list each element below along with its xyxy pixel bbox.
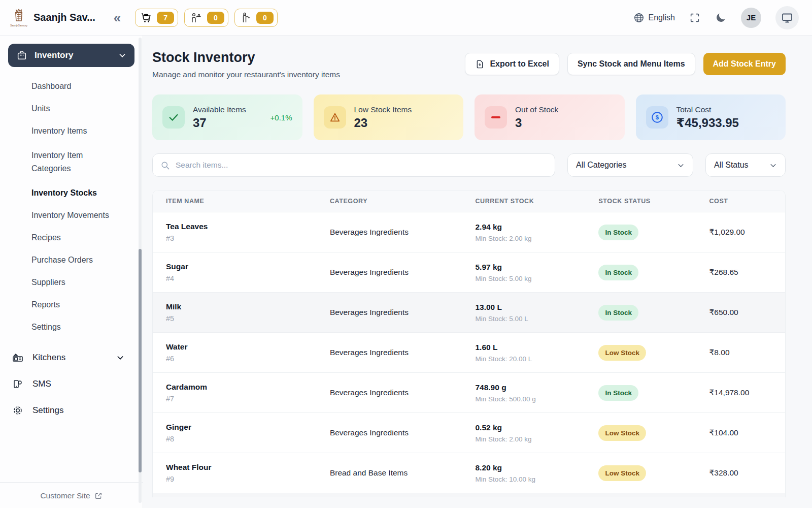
current-stock: 8.20 kg	[475, 463, 598, 472]
item-cost: ₹104.00	[709, 428, 785, 437]
sms-icon	[11, 377, 24, 391]
language-label: English	[649, 13, 675, 22]
language-selector[interactable]: English	[633, 12, 675, 23]
chevron-down-icon	[677, 162, 685, 169]
sidebar-item-sms[interactable]: SMS	[11, 371, 124, 397]
chevron-down-icon	[118, 51, 126, 59]
export-to-excel-button[interactable]: Export to Excel	[465, 53, 559, 75]
sidebar-item-units[interactable]: Units	[31, 98, 143, 120]
min-stock: Min Stock: 2.00 kg	[475, 435, 598, 443]
item-id: #6	[166, 355, 330, 363]
item-name: Tea Leaves	[166, 222, 330, 231]
sidebar-item-recipes[interactable]: Recipes	[31, 227, 143, 249]
item-category: Beverages Ingredients	[330, 308, 476, 317]
table-row[interactable]: Milk#5 Beverages Ingredients 13.00 LMin …	[153, 292, 785, 332]
column-header-item-name: ITEM NAME	[153, 198, 330, 205]
header-badges: 7 0 0	[135, 9, 277, 27]
current-stock: 5.97 kg	[475, 263, 598, 272]
sync-stock-button[interactable]: Sync Stock and Menu Items	[567, 53, 695, 75]
column-header-cost: COST	[709, 198, 785, 205]
cart-icon	[140, 12, 152, 24]
delivery-count-badge: 0	[256, 12, 274, 24]
chevron-down-icon	[769, 162, 777, 169]
sidebar-item-inventory-movements[interactable]: Inventory Movements	[31, 204, 143, 227]
cart-badge-button[interactable]: 7	[135, 9, 178, 27]
table-row[interactable]: Water#6 Beverages Ingredients 1.60 LMin …	[153, 332, 785, 372]
logo-caption: SaanjhSavoury	[10, 24, 27, 27]
waiter-badge-button[interactable]: 0	[184, 9, 228, 27]
user-avatar[interactable]: JE	[741, 8, 761, 28]
item-cost: ₹8.00	[709, 348, 785, 357]
sidebar-item-kitchens[interactable]: Kitchens	[11, 344, 124, 371]
item-category: Beverages Ingredients	[330, 228, 476, 237]
fullscreen-button[interactable]	[689, 12, 700, 23]
add-stock-entry-button[interactable]: Add Stock Entry	[703, 53, 786, 75]
kitchen-icon	[11, 351, 24, 364]
item-name: Sugar	[166, 262, 330, 271]
export-label: Export to Excel	[490, 59, 549, 69]
item-id: #7	[166, 395, 330, 403]
table-row[interactable]: Tea Leaves#3 Beverages Ingredients 2.94 …	[153, 212, 785, 252]
table-row[interactable]: Wheat Flour#9 Bread and Base Items 8.20 …	[153, 453, 785, 493]
item-id: #4	[166, 274, 330, 282]
sidebar-scrollbar-thumb[interactable]	[139, 249, 142, 472]
column-header-current-stock: CURRENT STOCK	[475, 198, 598, 205]
status-filter-dropdown[interactable]: All Status	[705, 153, 786, 177]
sidebar-item-reports[interactable]: Reports	[31, 294, 143, 316]
minus-icon	[491, 116, 500, 118]
sidebar-item-purchase-orders[interactable]: Purchase Orders	[31, 249, 143, 271]
current-stock: 13.00 L	[475, 303, 598, 312]
chevron-down-icon	[116, 354, 124, 362]
sidebar-item-dashboard[interactable]: Dashboard	[31, 75, 143, 98]
sidebar-item-suppliers[interactable]: Suppliers	[31, 271, 143, 294]
check-icon	[168, 112, 179, 123]
export-file-icon	[475, 59, 485, 69]
stat-label: Out of Stock	[515, 105, 558, 114]
current-stock: 1.60 L	[475, 343, 598, 352]
search-icon	[160, 161, 170, 170]
sidebar-collapse-button[interactable]: «	[114, 11, 120, 24]
item-cost: ₹1,029.00	[709, 228, 785, 237]
delivery-badge-button[interactable]: 0	[234, 9, 278, 27]
min-stock: Min Stock: 500.00 g	[475, 395, 598, 403]
item-id: #5	[166, 314, 330, 323]
sidebar-item-inventory-items[interactable]: Inventory Items	[31, 120, 143, 142]
category-filter-dropdown[interactable]: All Categories	[567, 153, 693, 177]
current-stock: 2.94 kg	[475, 223, 598, 232]
dark-mode-toggle[interactable]	[715, 12, 727, 24]
table-row[interactable]: Cardamom#7 Beverages Ingredients 748.90 …	[153, 372, 785, 412]
table-row[interactable]: Ginger#8 Beverages Ingredients 0.52 kgMi…	[153, 412, 785, 453]
item-name: Cardamom	[166, 383, 330, 392]
sidebar-group-label: Inventory	[35, 50, 74, 60]
delivery-person-icon	[240, 12, 252, 24]
sidebar-item-settings[interactable]: Settings	[31, 316, 143, 338]
display-mode-button[interactable]	[775, 6, 799, 29]
stat-value: ₹45,933.95	[676, 116, 739, 130]
inventory-bag-icon	[16, 50, 27, 61]
sidebar-item-label: Settings	[32, 405, 63, 416]
item-id: #8	[166, 435, 330, 443]
current-stock: 748.90 g	[475, 383, 598, 392]
table-header-row: ITEM NAME CATEGORY CURRENT STOCK STOCK S…	[153, 190, 785, 212]
external-link-icon	[94, 492, 103, 500]
min-stock: Min Stock: 5.00 kg	[475, 275, 598, 282]
sidebar-item-inventory-item-categories[interactable]: Inventory Item Categories	[31, 142, 108, 182]
item-category: Beverages Ingredients	[330, 268, 476, 277]
item-name: Water	[166, 342, 330, 352]
sidebar-group-inventory[interactable]: Inventory	[8, 44, 134, 67]
category-filter-value: All Categories	[576, 161, 627, 170]
item-cost: ₹650.00	[709, 308, 785, 317]
table-row[interactable]: Sugar#4 Beverages Ingredients 5.97 kgMin…	[153, 252, 785, 292]
search-input[interactable]	[176, 161, 547, 170]
item-category: Beverages Ingredients	[330, 428, 476, 437]
sidebar-item-inventory-stocks[interactable]: Inventory Stocks	[31, 182, 143, 204]
customer-site-link[interactable]: Customer Site	[0, 482, 143, 508]
min-stock: Min Stock: 2.00 kg	[475, 235, 598, 242]
globe-icon	[633, 12, 645, 23]
item-name: Milk	[166, 302, 330, 311]
moon-icon	[715, 12, 727, 24]
min-stock: Min Stock: 10.00 kg	[475, 475, 598, 483]
sidebar-item-settings-bottom[interactable]: Settings	[11, 397, 124, 424]
stat-value: 3	[515, 116, 558, 130]
status-filter-value: All Status	[714, 161, 749, 170]
